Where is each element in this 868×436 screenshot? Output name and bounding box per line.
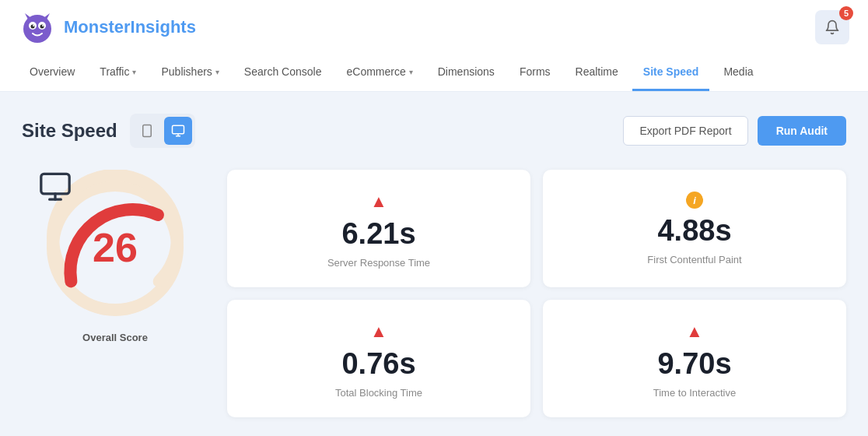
server-response-warning-icon: ▲ [370, 192, 387, 212]
publishers-chevron-icon: ▾ [215, 68, 219, 76]
nav-traffic-label: Traffic [100, 65, 129, 78]
metric-card-server-response: ▲ 6.21s Server Response Time [227, 170, 530, 287]
nav-overview[interactable]: Overview [19, 54, 86, 91]
mobile-device-button[interactable] [133, 117, 161, 145]
overall-score-value: 26 [93, 227, 138, 268]
nav-forms[interactable]: Forms [509, 54, 562, 91]
page-title-area: Site Speed [22, 114, 195, 148]
svg-rect-9 [172, 125, 184, 134]
nav-publishers[interactable]: Publishers ▾ [150, 54, 229, 91]
logo-icon [19, 9, 56, 46]
header-right: 5 [815, 10, 849, 44]
metric-card-tti: ▲ 9.70s Time to Interactive [543, 300, 846, 417]
server-response-value: 6.21s [341, 218, 415, 251]
nav-realtime-label: Realtime [576, 65, 618, 78]
blocking-value: 0.76s [341, 348, 415, 381]
fcp-name: First Contentful Paint [647, 254, 741, 265]
tti-warning-icon: ▲ [686, 322, 703, 342]
logo-dark: Monster [64, 17, 131, 37]
nav-media[interactable]: Media [712, 54, 764, 91]
logo-area: MonsterInsights [19, 9, 196, 46]
desktop-icon [171, 124, 185, 138]
run-audit-button[interactable]: Run Audit [758, 116, 846, 146]
svg-point-5 [33, 25, 34, 26]
notifications-button[interactable]: 5 [815, 10, 849, 44]
logo-text: MonsterInsights [64, 17, 196, 37]
nav-search-console[interactable]: Search Console [233, 54, 333, 91]
score-panel: 26 Overall Score [22, 170, 208, 343]
logo-colored: Insights [131, 17, 196, 37]
nav-overview-label: Overview [30, 65, 75, 78]
fcp-info-icon: i [686, 192, 703, 209]
server-response-name: Server Response Time [327, 257, 430, 269]
svg-point-0 [23, 15, 51, 43]
page-title: Site Speed [22, 120, 117, 142]
nav-traffic[interactable]: Traffic ▾ [89, 54, 147, 91]
svg-point-6 [42, 25, 44, 26]
overall-score-label: Overall Score [82, 332, 148, 343]
blocking-warning-icon: ▲ [370, 322, 387, 342]
svg-point-4 [40, 25, 44, 29]
device-toggle [130, 114, 195, 148]
main-nav: Overview Traffic ▾ Publishers ▾ Search C… [0, 54, 868, 92]
nav-dimensions[interactable]: Dimensions [427, 54, 506, 91]
nav-ecommerce[interactable]: eCommerce ▾ [335, 54, 423, 91]
svg-rect-13 [41, 174, 69, 193]
export-pdf-button[interactable]: Export PDF Report [623, 116, 747, 146]
score-inner: 26 [93, 227, 138, 268]
metric-card-blocking: ▲ 0.76s Total Blocking Time [227, 300, 530, 417]
desktop-device-button[interactable] [164, 117, 192, 145]
tti-name: Time to Interactive [653, 387, 736, 399]
traffic-chevron-icon: ▾ [132, 68, 136, 76]
mobile-icon [140, 124, 154, 138]
fcp-value: 4.88s [657, 215, 731, 248]
score-circle: 26 [37, 170, 193, 325]
notification-badge: 5 [839, 6, 853, 20]
svg-point-3 [31, 25, 35, 29]
nav-ecommerce-label: eCommerce [346, 65, 405, 78]
tti-value: 9.70s [657, 348, 731, 381]
header-actions: Export PDF Report Run Audit [623, 116, 846, 146]
monitor-svg-icon [37, 170, 73, 201]
nav-media-label: Media [723, 65, 753, 78]
nav-dimensions-label: Dimensions [438, 65, 495, 78]
ecommerce-chevron-icon: ▾ [409, 68, 413, 76]
nav-publishers-label: Publishers [161, 65, 212, 78]
app-header: MonsterInsights 5 [0, 0, 868, 54]
nav-search-console-label: Search Console [244, 65, 322, 78]
nav-forms-label: Forms [520, 65, 551, 78]
content-area: 26 Overall Score ▲ 6.21s Server Response… [22, 170, 846, 417]
main-content: Site Speed Export PDF Rep [0, 92, 868, 436]
bell-icon [824, 19, 840, 35]
blocking-name: Total Blocking Time [335, 387, 422, 399]
metrics-grid: ▲ 6.21s Server Response Time i 4.88s Fir… [227, 170, 846, 417]
metric-card-fcp: i 4.88s First Contentful Paint [543, 170, 846, 287]
nav-site-speed-label: Site Speed [643, 65, 699, 78]
nav-realtime[interactable]: Realtime [565, 54, 629, 91]
page-header: Site Speed Export PDF Rep [22, 114, 846, 148]
nav-site-speed[interactable]: Site Speed [632, 54, 710, 91]
